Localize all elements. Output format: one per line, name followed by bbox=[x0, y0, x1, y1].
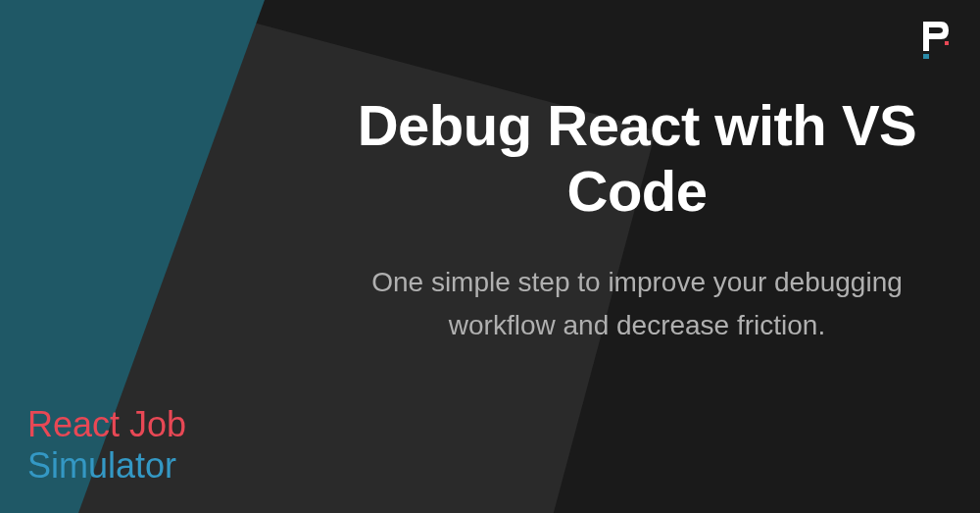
brand-line-1: React Job bbox=[27, 404, 186, 444]
svg-rect-1 bbox=[923, 22, 929, 51]
headline: Debug React with VS Code bbox=[333, 93, 941, 224]
brand-line-2: Simulator bbox=[27, 445, 186, 486]
main-content: Debug React with VS Code One simple step… bbox=[333, 93, 941, 346]
brand-logo-icon bbox=[919, 22, 951, 59]
svg-rect-3 bbox=[945, 41, 949, 45]
brand-wordmark: React Job Simulator bbox=[27, 404, 186, 486]
svg-rect-2 bbox=[923, 54, 929, 59]
subheadline: One simple step to improve your debuggin… bbox=[333, 261, 941, 346]
